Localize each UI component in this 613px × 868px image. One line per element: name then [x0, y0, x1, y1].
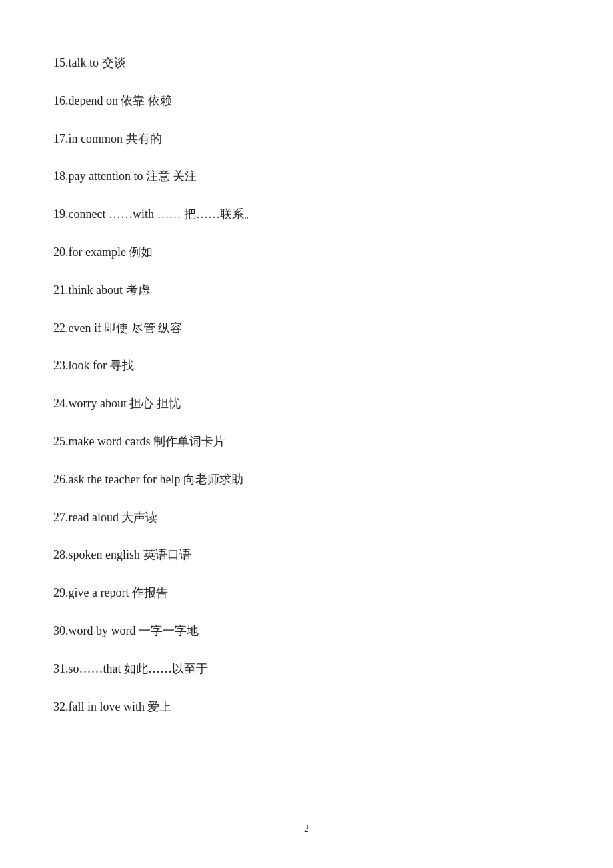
list-item: 32.fall in love with 爱上 — [53, 697, 560, 717]
list-item: 27.read aloud 大声读 — [53, 508, 560, 527]
list-item: 29.give a report 作报告 — [53, 583, 560, 603]
list-item: 21.think about 考虑 — [53, 281, 560, 300]
list-item: 24.worry about 担心 担忧 — [53, 394, 560, 413]
list-item: 23.look for 寻找 — [53, 356, 560, 375]
phrase-chinese: 把……联系。 — [184, 207, 256, 221]
phrase-chinese: 英语口语 — [143, 548, 191, 561]
phrase-english: 16.depend on — [53, 94, 121, 107]
page-container: 15.talk to 交谈16.depend on 依靠 依赖17.in com… — [0, 0, 613, 788]
phrase-english: 22.even if — [53, 321, 104, 335]
phrase-english: 23.look for — [53, 359, 110, 372]
list-item: 31.so……that 如此……以至于 — [53, 659, 560, 679]
list-item: 22.even if 即使 尽管 纵容 — [53, 319, 560, 338]
list-item: 17.in common 共有的 — [53, 129, 560, 149]
phrase-chinese: 考虑 — [126, 283, 150, 297]
phrase-english: 32.fall in love with — [53, 700, 147, 713]
list-item: 15.talk to 交谈 — [53, 53, 560, 73]
list-item: 20.for example 例如 — [53, 243, 560, 262]
phrase-english: 19.connect ……with …… — [53, 207, 184, 221]
phrase-chinese: 爱上 — [147, 700, 171, 713]
phrase-chinese: 寻找 — [110, 359, 134, 372]
phrase-chinese: 大声读 — [121, 511, 157, 524]
phrase-chinese: 作报告 — [132, 586, 168, 599]
phrase-chinese: 一字一字地 — [139, 624, 199, 637]
phrase-english: 15.talk to — [53, 56, 102, 69]
phrase-english: 21.think about — [53, 283, 126, 297]
phrase-chinese: 如此……以至于 — [124, 662, 208, 675]
phrase-chinese: 例如 — [129, 245, 153, 259]
phrase-english: 20.for example — [53, 245, 129, 259]
phrase-english: 27.read aloud — [53, 511, 121, 524]
phrase-chinese: 向老师求助 — [183, 473, 243, 486]
phrase-english: 26.ask the teacher for help — [53, 473, 183, 486]
phrase-list: 15.talk to 交谈16.depend on 依靠 依赖17.in com… — [53, 53, 560, 716]
list-item: 19.connect ……with …… 把……联系。 — [53, 205, 560, 224]
phrase-chinese: 共有的 — [126, 132, 162, 145]
phrase-english: 29.give a report — [53, 586, 132, 599]
phrase-chinese: 交谈 — [102, 56, 126, 69]
phrase-english: 24.worry about — [53, 397, 129, 410]
list-item: 30.word by word 一字一字地 — [53, 621, 560, 641]
phrase-english: 31.so……that — [53, 662, 124, 675]
phrase-chinese: 依靠 依赖 — [121, 94, 172, 107]
phrase-chinese: 注意 关注 — [146, 169, 197, 183]
list-item: 25.make word cards 制作单词卡片 — [53, 432, 560, 451]
list-item: 28.spoken english 英语口语 — [53, 545, 560, 565]
phrase-english: 18.pay attention to — [53, 169, 146, 183]
list-item: 18.pay attention to 注意 关注 — [53, 167, 560, 186]
page-number: 2 — [304, 823, 309, 835]
phrase-chinese: 担心 担忧 — [129, 397, 181, 410]
phrase-english: 30.word by word — [53, 624, 139, 637]
list-item: 26.ask the teacher for help 向老师求助 — [53, 470, 560, 489]
phrase-english: 28.spoken english — [53, 548, 143, 561]
phrase-chinese: 即使 尽管 纵容 — [104, 321, 182, 335]
phrase-chinese: 制作单词卡片 — [153, 435, 225, 448]
phrase-english: 25.make word cards — [53, 435, 153, 448]
phrase-english: 17.in common — [53, 132, 126, 145]
list-item: 16.depend on 依靠 依赖 — [53, 91, 560, 111]
